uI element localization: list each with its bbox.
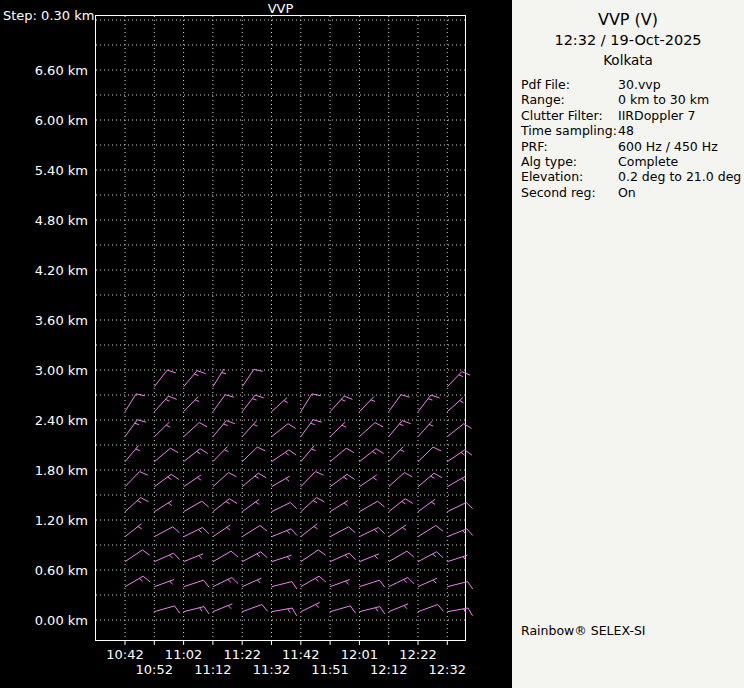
field-label: Clutter Filter: [521, 108, 618, 123]
wind-barb [418, 447, 441, 462]
wind-barb [213, 369, 226, 387]
wind-barb [272, 503, 297, 512]
info-fields: Pdf File:30.vvp Range:0 km to 30 km Clut… [521, 77, 740, 200]
y-axis-label: 3.60 km [35, 313, 88, 328]
wind-barb [272, 398, 288, 412]
wind-barb [242, 447, 265, 462]
wind-barb [213, 499, 237, 512]
chart-area: 6.60 km6.00 km5.40 km4.80 km4.20 km3.60 … [0, 0, 512, 688]
x-axis-label: 10:42 [106, 647, 143, 662]
wind-barb [330, 474, 355, 486]
wind-barb [418, 421, 433, 437]
y-axis-label: 1.20 km [35, 513, 88, 528]
wind-barb [447, 476, 465, 487]
wind-barb [359, 501, 384, 512]
wind-barb [272, 582, 297, 589]
wind-barb [418, 578, 437, 587]
wind-barb [242, 421, 257, 437]
y-axis-label: 1.80 km [35, 463, 88, 478]
field-row-prf: PRF:600 Hz / 450 Hz [521, 139, 740, 154]
wind-barb [447, 503, 472, 512]
wind-barb [301, 576, 326, 587]
wind-barb [154, 580, 174, 587]
x-axis-label: 11:22 [223, 647, 260, 662]
wind-barb [154, 370, 176, 387]
wind-barb [418, 473, 442, 487]
x-axis-label: 11:42 [282, 647, 319, 662]
wind-barb [213, 551, 238, 562]
wind-barb [447, 555, 467, 562]
x-axis-label: 11:51 [311, 662, 348, 677]
wind-barb [389, 395, 410, 412]
x-axis-label: 10:52 [136, 662, 173, 677]
x-axis-label: 12:01 [341, 647, 378, 662]
wind-barb [272, 608, 297, 616]
field-value: On [618, 185, 636, 200]
x-axis-label: 11:02 [165, 647, 202, 662]
panel-datetime: 12:32 / 19-Oct-2025 [512, 32, 744, 48]
field-row-pdf-file: Pdf File:30.vvp [521, 77, 740, 92]
wind-barb [330, 527, 355, 537]
wind-barb [242, 605, 268, 612]
panel-title: VVP (V) [512, 10, 744, 29]
field-label: Alg type: [521, 154, 618, 169]
wind-barb [389, 578, 414, 587]
wind-barb [213, 604, 233, 612]
wind-barb [389, 525, 406, 537]
wind-barb [125, 446, 140, 462]
wind-barb [242, 578, 261, 587]
x-axis-label: 12:22 [399, 647, 436, 662]
wind-barb [359, 528, 384, 537]
wind-barb [447, 372, 470, 387]
y-axis-label: 0.60 km [35, 563, 88, 578]
wind-barb [154, 501, 172, 512]
wind-barb [330, 606, 356, 613]
wind-barb [272, 529, 298, 537]
field-value: IIRDoppler 7 [618, 108, 695, 123]
wind-barb [359, 607, 384, 614]
y-axis-label: 0.00 km [35, 613, 88, 628]
field-row-alg-type: Alg type:Complete [521, 154, 740, 169]
wind-barb [447, 582, 472, 589]
wind-barb [301, 603, 320, 612]
field-value: 0.2 deg to 21.0 deg [618, 169, 741, 184]
wind-barb [447, 608, 472, 616]
wind-barb [301, 498, 325, 512]
wind-barb [242, 499, 259, 511]
wind-barb [301, 472, 324, 487]
field-label: Elevation: [521, 169, 618, 184]
wind-barb [154, 448, 178, 462]
field-label: PRF: [521, 139, 618, 154]
wind-barb [213, 578, 238, 587]
wind-barb [242, 395, 264, 412]
wind-barb [447, 529, 473, 537]
wind-barb [359, 554, 379, 562]
wind-barb [154, 606, 180, 613]
wind-barb [213, 473, 237, 487]
field-label: Second reg: [521, 185, 618, 200]
wind-barb [125, 498, 149, 512]
wind-barb [184, 423, 208, 437]
step-label: Step: 0.30 km [3, 8, 94, 23]
wind-barb [213, 525, 230, 537]
wind-barb [125, 550, 150, 562]
wind-barb [272, 450, 297, 462]
wind-barb [184, 580, 210, 587]
y-axis-label: 6.60 km [35, 63, 88, 78]
field-value: 48 [618, 123, 634, 138]
wind-barb [418, 395, 440, 412]
wind-barb [242, 473, 266, 487]
field-value: 0 km to 30 km [618, 92, 709, 107]
field-row-second-reg: Second reg:On [521, 185, 740, 200]
wind-barb [125, 576, 150, 587]
chart-title: VVP [95, 1, 466, 16]
wind-barb [418, 526, 443, 537]
wind-barb [242, 526, 267, 537]
x-axis-label: 12:12 [370, 662, 407, 677]
wind-barb [184, 501, 209, 512]
field-value: 600 Hz / 450 Hz [618, 139, 718, 154]
wind-barb [213, 395, 234, 412]
wind-barb [330, 448, 354, 462]
wind-barb [184, 607, 209, 614]
wind-barb [359, 580, 385, 587]
